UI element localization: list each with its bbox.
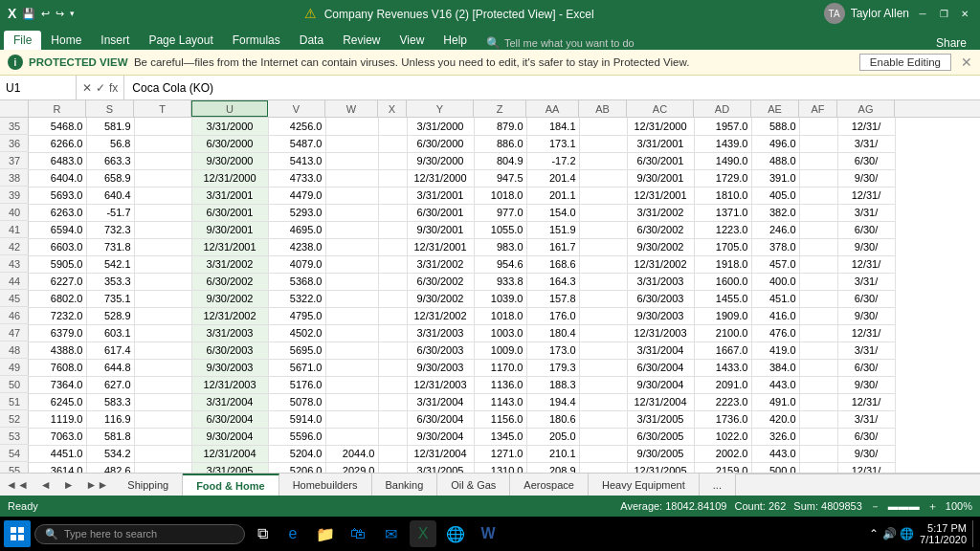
row-header-45[interactable]: 45: [0, 290, 29, 307]
tab-formulas[interactable]: Formulas: [223, 31, 290, 50]
cell[interactable]: [799, 238, 837, 255]
cell[interactable]: 12/31/2000: [627, 118, 694, 135]
cell[interactable]: [134, 359, 191, 376]
cell[interactable]: 457.0: [751, 255, 799, 273]
zoom-slider[interactable]: ▬▬▬: [888, 500, 920, 512]
cell[interactable]: 9/30/2002: [191, 290, 268, 307]
cell[interactable]: 5671.0: [268, 359, 325, 376]
cell[interactable]: 9/30/: [837, 376, 895, 393]
cell[interactable]: [378, 221, 407, 238]
cell[interactable]: 7063.0: [29, 428, 86, 445]
cell[interactable]: [579, 359, 627, 376]
cell[interactable]: 176.0: [526, 307, 579, 324]
cell[interactable]: 534.2: [86, 445, 134, 462]
cell[interactable]: 188.3: [526, 376, 579, 393]
cell[interactable]: 5368.0: [268, 273, 325, 290]
cell[interactable]: 2159.0: [694, 462, 751, 473]
cell[interactable]: 4502.0: [268, 324, 325, 342]
cell[interactable]: 933.8: [474, 273, 526, 290]
cell[interactable]: [579, 428, 627, 445]
cell[interactable]: [799, 393, 837, 410]
cell[interactable]: 9/30/2005: [627, 445, 694, 462]
cell[interactable]: [799, 445, 837, 462]
row-header-40[interactable]: 40: [0, 204, 29, 221]
row-header-42[interactable]: 42: [0, 238, 29, 255]
cell[interactable]: [799, 342, 837, 359]
close-button[interactable]: ✕: [957, 6, 972, 21]
cell[interactable]: 3/31/: [837, 273, 895, 290]
explorer-icon[interactable]: 📁: [312, 520, 339, 547]
cell[interactable]: 658.9: [86, 169, 134, 187]
show-desktop[interactable]: [972, 520, 976, 547]
cell[interactable]: 482.6: [86, 462, 134, 473]
cell[interactable]: 6/30/: [837, 290, 895, 307]
cell[interactable]: 5413.0: [268, 152, 325, 169]
cell[interactable]: [799, 118, 837, 135]
col-S[interactable]: S: [86, 100, 134, 117]
minimize-button[interactable]: ─: [915, 6, 930, 21]
cell[interactable]: 500.0: [751, 462, 799, 473]
cell[interactable]: [134, 152, 191, 169]
cell[interactable]: 210.1: [526, 445, 579, 462]
cell[interactable]: 6/30/2005: [627, 428, 694, 445]
cell[interactable]: 6/30/2000: [407, 135, 474, 152]
cell[interactable]: [378, 376, 407, 393]
tab-file[interactable]: File: [4, 31, 41, 50]
col-AB[interactable]: AB: [579, 100, 627, 117]
col-Y[interactable]: Y: [407, 100, 474, 117]
cell[interactable]: [325, 376, 378, 393]
cell[interactable]: 583.3: [86, 393, 134, 410]
cell[interactable]: [134, 204, 191, 221]
col-Z[interactable]: Z: [474, 100, 526, 117]
cell[interactable]: 6/30/: [837, 428, 895, 445]
sheet-nav-next[interactable]: ►: [57, 478, 80, 492]
cell[interactable]: 3/31/2005: [627, 410, 694, 428]
cell[interactable]: 1371.0: [694, 204, 751, 221]
redo-icon[interactable]: ↪: [56, 8, 64, 20]
cell[interactable]: 5204.0: [268, 445, 325, 462]
cell[interactable]: 151.9: [526, 221, 579, 238]
cell[interactable]: 154.0: [526, 204, 579, 221]
cell[interactable]: 735.1: [86, 290, 134, 307]
cell[interactable]: 12/31/2002: [407, 307, 474, 324]
edge-icon[interactable]: e: [279, 520, 306, 547]
cell[interactable]: 496.0: [751, 135, 799, 152]
cell[interactable]: 12/31/2002: [191, 307, 268, 324]
cell[interactable]: 56.8: [86, 135, 134, 152]
cell[interactable]: 886.0: [474, 135, 526, 152]
cell[interactable]: [799, 359, 837, 376]
cell[interactable]: 4733.0: [268, 169, 325, 187]
row-header-50[interactable]: 50: [0, 376, 29, 393]
cell[interactable]: 1156.0: [474, 410, 526, 428]
row-header-55[interactable]: 55: [0, 462, 29, 473]
cell[interactable]: 180.4: [526, 324, 579, 342]
cell[interactable]: 6/30/2003: [407, 342, 474, 359]
cell[interactable]: 9/30/2003: [627, 307, 694, 324]
cell[interactable]: 1170.0: [474, 359, 526, 376]
cell[interactable]: 180.6: [526, 410, 579, 428]
cell[interactable]: 1039.0: [474, 290, 526, 307]
tab-review[interactable]: Review: [333, 31, 390, 50]
cell[interactable]: 405.0: [751, 187, 799, 204]
cell[interactable]: [799, 307, 837, 324]
cell[interactable]: [378, 255, 407, 273]
cell[interactable]: 1909.0: [694, 307, 751, 324]
cell[interactable]: 6263.0: [29, 204, 86, 221]
tab-more[interactable]: ...: [700, 474, 736, 496]
row-header-49[interactable]: 49: [0, 359, 29, 376]
cell[interactable]: [134, 428, 191, 445]
cell[interactable]: 173.1: [526, 135, 579, 152]
cell[interactable]: [134, 187, 191, 204]
cell[interactable]: 6/30/2004: [627, 359, 694, 376]
sheet-nav-prev[interactable]: ◄: [34, 478, 57, 492]
cell[interactable]: 416.0: [751, 307, 799, 324]
cell[interactable]: 3/31/: [837, 410, 895, 428]
row-header-38[interactable]: 38: [0, 169, 29, 187]
cell[interactable]: [134, 462, 191, 473]
cell[interactable]: 382.0: [751, 204, 799, 221]
cell[interactable]: 208.9: [526, 462, 579, 473]
cell[interactable]: 12/31/: [837, 118, 895, 135]
enable-editing-button[interactable]: Enable Editing: [859, 54, 951, 71]
cell[interactable]: 1055.0: [474, 221, 526, 238]
cell[interactable]: 2091.0: [694, 376, 751, 393]
